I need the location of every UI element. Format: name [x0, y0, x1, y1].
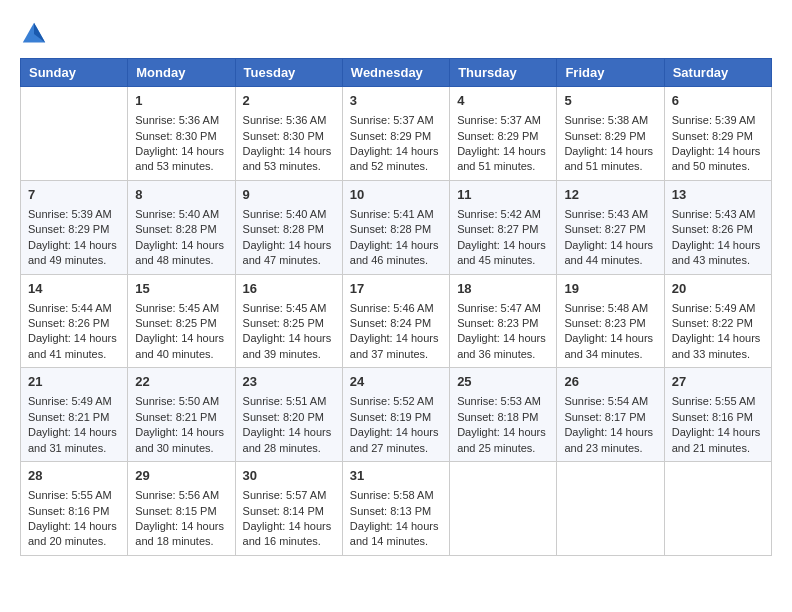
daylight-text: Daylight: 14 hours and 25 minutes.: [457, 425, 549, 456]
day-number: 5: [564, 92, 656, 110]
calendar-cell: 19Sunrise: 5:48 AMSunset: 8:23 PMDayligh…: [557, 274, 664, 368]
daylight-text: Daylight: 14 hours and 50 minutes.: [672, 144, 764, 175]
sunrise-text: Sunrise: 5:39 AM: [28, 207, 120, 222]
sunset-text: Sunset: 8:26 PM: [672, 222, 764, 237]
sunset-text: Sunset: 8:24 PM: [350, 316, 442, 331]
day-number: 30: [243, 467, 335, 485]
sunrise-text: Sunrise: 5:36 AM: [135, 113, 227, 128]
daylight-text: Daylight: 14 hours and 48 minutes.: [135, 238, 227, 269]
calendar-row: 14Sunrise: 5:44 AMSunset: 8:26 PMDayligh…: [21, 274, 772, 368]
day-number: 26: [564, 373, 656, 391]
day-number: 10: [350, 186, 442, 204]
day-number: 13: [672, 186, 764, 204]
sunrise-text: Sunrise: 5:42 AM: [457, 207, 549, 222]
calendar-cell: 21Sunrise: 5:49 AMSunset: 8:21 PMDayligh…: [21, 368, 128, 462]
calendar-cell: 4Sunrise: 5:37 AMSunset: 8:29 PMDaylight…: [450, 87, 557, 181]
calendar-cell: 2Sunrise: 5:36 AMSunset: 8:30 PMDaylight…: [235, 87, 342, 181]
sunrise-text: Sunrise: 5:43 AM: [672, 207, 764, 222]
daylight-text: Daylight: 14 hours and 39 minutes.: [243, 331, 335, 362]
daylight-text: Daylight: 14 hours and 43 minutes.: [672, 238, 764, 269]
sunrise-text: Sunrise: 5:49 AM: [672, 301, 764, 316]
calendar-cell: 30Sunrise: 5:57 AMSunset: 8:14 PMDayligh…: [235, 462, 342, 556]
calendar-cell: 18Sunrise: 5:47 AMSunset: 8:23 PMDayligh…: [450, 274, 557, 368]
sunset-text: Sunset: 8:19 PM: [350, 410, 442, 425]
sunrise-text: Sunrise: 5:40 AM: [135, 207, 227, 222]
header-day: Sunday: [21, 59, 128, 87]
daylight-text: Daylight: 14 hours and 41 minutes.: [28, 331, 120, 362]
calendar-cell: 29Sunrise: 5:56 AMSunset: 8:15 PMDayligh…: [128, 462, 235, 556]
daylight-text: Daylight: 14 hours and 51 minutes.: [457, 144, 549, 175]
sunrise-text: Sunrise: 5:50 AM: [135, 394, 227, 409]
sunset-text: Sunset: 8:29 PM: [564, 129, 656, 144]
daylight-text: Daylight: 14 hours and 53 minutes.: [243, 144, 335, 175]
sunset-text: Sunset: 8:23 PM: [564, 316, 656, 331]
daylight-text: Daylight: 14 hours and 30 minutes.: [135, 425, 227, 456]
day-number: 4: [457, 92, 549, 110]
sunrise-text: Sunrise: 5:37 AM: [350, 113, 442, 128]
calendar-cell: 9Sunrise: 5:40 AMSunset: 8:28 PMDaylight…: [235, 180, 342, 274]
calendar-cell: 25Sunrise: 5:53 AMSunset: 8:18 PMDayligh…: [450, 368, 557, 462]
daylight-text: Daylight: 14 hours and 31 minutes.: [28, 425, 120, 456]
calendar-cell: 28Sunrise: 5:55 AMSunset: 8:16 PMDayligh…: [21, 462, 128, 556]
sunset-text: Sunset: 8:28 PM: [243, 222, 335, 237]
daylight-text: Daylight: 14 hours and 21 minutes.: [672, 425, 764, 456]
sunrise-text: Sunrise: 5:43 AM: [564, 207, 656, 222]
day-number: 9: [243, 186, 335, 204]
day-number: 25: [457, 373, 549, 391]
sunrise-text: Sunrise: 5:58 AM: [350, 488, 442, 503]
calendar-cell: 12Sunrise: 5:43 AMSunset: 8:27 PMDayligh…: [557, 180, 664, 274]
daylight-text: Daylight: 14 hours and 14 minutes.: [350, 519, 442, 550]
calendar-cell: [450, 462, 557, 556]
daylight-text: Daylight: 14 hours and 37 minutes.: [350, 331, 442, 362]
day-number: 14: [28, 280, 120, 298]
sunset-text: Sunset: 8:25 PM: [243, 316, 335, 331]
sunrise-text: Sunrise: 5:37 AM: [457, 113, 549, 128]
sunset-text: Sunset: 8:22 PM: [672, 316, 764, 331]
header-day: Monday: [128, 59, 235, 87]
sunset-text: Sunset: 8:15 PM: [135, 504, 227, 519]
calendar-cell: [557, 462, 664, 556]
calendar-row: 28Sunrise: 5:55 AMSunset: 8:16 PMDayligh…: [21, 462, 772, 556]
sunset-text: Sunset: 8:27 PM: [457, 222, 549, 237]
calendar-cell: 11Sunrise: 5:42 AMSunset: 8:27 PMDayligh…: [450, 180, 557, 274]
calendar-row: 21Sunrise: 5:49 AMSunset: 8:21 PMDayligh…: [21, 368, 772, 462]
day-number: 1: [135, 92, 227, 110]
sunset-text: Sunset: 8:30 PM: [243, 129, 335, 144]
sunrise-text: Sunrise: 5:49 AM: [28, 394, 120, 409]
sunset-text: Sunset: 8:27 PM: [564, 222, 656, 237]
logo-icon: [20, 20, 48, 48]
calendar-header: SundayMondayTuesdayWednesdayThursdayFrid…: [21, 59, 772, 87]
day-number: 27: [672, 373, 764, 391]
day-number: 31: [350, 467, 442, 485]
sunset-text: Sunset: 8:29 PM: [457, 129, 549, 144]
sunrise-text: Sunrise: 5:57 AM: [243, 488, 335, 503]
daylight-text: Daylight: 14 hours and 27 minutes.: [350, 425, 442, 456]
sunrise-text: Sunrise: 5:55 AM: [672, 394, 764, 409]
sunrise-text: Sunrise: 5:38 AM: [564, 113, 656, 128]
sunrise-text: Sunrise: 5:48 AM: [564, 301, 656, 316]
day-number: 20: [672, 280, 764, 298]
day-number: 19: [564, 280, 656, 298]
sunrise-text: Sunrise: 5:36 AM: [243, 113, 335, 128]
sunrise-text: Sunrise: 5:56 AM: [135, 488, 227, 503]
sunset-text: Sunset: 8:29 PM: [672, 129, 764, 144]
sunset-text: Sunset: 8:18 PM: [457, 410, 549, 425]
calendar-cell: 8Sunrise: 5:40 AMSunset: 8:28 PMDaylight…: [128, 180, 235, 274]
calendar-cell: 16Sunrise: 5:45 AMSunset: 8:25 PMDayligh…: [235, 274, 342, 368]
sunrise-text: Sunrise: 5:46 AM: [350, 301, 442, 316]
sunset-text: Sunset: 8:17 PM: [564, 410, 656, 425]
daylight-text: Daylight: 14 hours and 16 minutes.: [243, 519, 335, 550]
sunrise-text: Sunrise: 5:47 AM: [457, 301, 549, 316]
sunset-text: Sunset: 8:13 PM: [350, 504, 442, 519]
day-number: 7: [28, 186, 120, 204]
calendar-cell: 24Sunrise: 5:52 AMSunset: 8:19 PMDayligh…: [342, 368, 449, 462]
sunset-text: Sunset: 8:30 PM: [135, 129, 227, 144]
sunrise-text: Sunrise: 5:44 AM: [28, 301, 120, 316]
calendar-cell: 15Sunrise: 5:45 AMSunset: 8:25 PMDayligh…: [128, 274, 235, 368]
calendar-row: 1Sunrise: 5:36 AMSunset: 8:30 PMDaylight…: [21, 87, 772, 181]
calendar-cell: 27Sunrise: 5:55 AMSunset: 8:16 PMDayligh…: [664, 368, 771, 462]
sunset-text: Sunset: 8:23 PM: [457, 316, 549, 331]
day-number: 21: [28, 373, 120, 391]
calendar-body: 1Sunrise: 5:36 AMSunset: 8:30 PMDaylight…: [21, 87, 772, 556]
header-day: Tuesday: [235, 59, 342, 87]
